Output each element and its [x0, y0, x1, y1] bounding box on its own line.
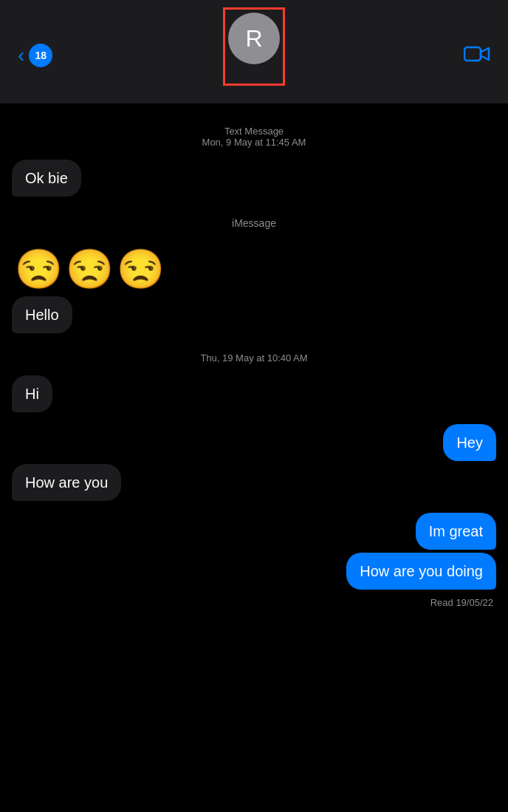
chat-area: Text Message Mon, 9 May at 11:45 AM Ok b… [0, 103, 508, 812]
contact-info[interactable]: R [223, 7, 285, 86]
message-row: Hey [12, 424, 496, 461]
video-call-button[interactable] [464, 45, 490, 66]
emoji-message: 😒😒😒 [15, 247, 496, 292]
bubble-im-great: Im great [416, 513, 496, 550]
bubble-hi: Hi [12, 375, 52, 412]
message-row: Hi [12, 375, 496, 412]
video-icon [464, 45, 490, 63]
message-row: How are you [12, 464, 496, 501]
read-receipt: Read 19/05/22 [12, 597, 496, 608]
bubble-hey: Hey [443, 424, 496, 461]
contact-name [228, 67, 280, 81]
timestamp-text-message: Text Message Mon, 9 May at 11:45 AM [12, 126, 496, 148]
imessage-label: iMessage [12, 217, 496, 229]
message-row: Im great [12, 513, 496, 550]
avatar: R [228, 13, 280, 64]
bubble-ok-bie: Ok bie [12, 160, 81, 197]
timestamp-date-1: Mon, 9 May at 11:45 AM [12, 137, 496, 148]
timestamp-thu: Thu, 19 May at 10:40 AM [12, 352, 496, 364]
back-button[interactable]: ‹ 18 [18, 44, 52, 67]
bubble-how-are-you: How are you [12, 464, 121, 501]
header: ‹ 18 R [0, 0, 508, 103]
timestamp-type: Text Message [12, 126, 496, 137]
read-label: Read [430, 597, 453, 608]
back-badge: 18 [29, 44, 52, 67]
message-row: Ok bie [12, 160, 496, 197]
message-row: How are you doing [12, 553, 496, 590]
back-chevron-icon: ‹ [18, 45, 24, 66]
bubble-how-are-you-doing: How are you doing [346, 553, 496, 590]
bubble-hello: Hello [12, 296, 72, 333]
message-row: Hello [12, 296, 496, 333]
svg-rect-0 [464, 47, 481, 61]
timestamp-date-2: Thu, 19 May at 10:40 AM [12, 352, 496, 364]
